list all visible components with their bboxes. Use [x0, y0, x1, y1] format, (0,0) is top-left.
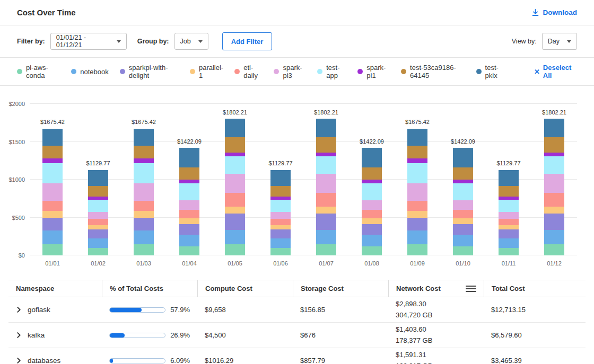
bar-segment-etl-daily — [179, 210, 199, 218]
bar-segment-pi-aws-conda — [544, 244, 564, 255]
legend-item-test-53ca9186-64145[interactable]: test-53ca9186-64145 — [401, 64, 465, 79]
legend-item-label: etl-daily — [243, 64, 263, 79]
bar-segment-notebook — [88, 238, 108, 248]
add-filter-button[interactable]: Add Filter — [222, 32, 273, 50]
chart-plot: $0$500$1000$1500$2000$1675.4201/01$1129.… — [30, 104, 577, 255]
bar-segment-spark-pi3 — [88, 212, 108, 219]
y-axis-label: $0 — [19, 252, 25, 259]
network-cost-value: $1,403.60 — [396, 324, 476, 335]
group-by-select[interactable]: Job — [174, 33, 208, 50]
bar-slot: $1802.2101/12 — [531, 104, 577, 255]
chevron-right-icon[interactable] — [16, 358, 22, 363]
bar-segment-sparkpi-with-delight — [407, 218, 427, 230]
pct-progress-fill — [110, 333, 125, 338]
pct-label: 26.9% — [170, 331, 190, 339]
bar-slot: $1129.7701/11 — [486, 104, 531, 255]
legend-item-label: notebook — [80, 68, 109, 76]
bar-segment-pi-aws-conda — [499, 248, 519, 255]
table-row-databases[interactable]: databases6.09%$1016.29$857.79$1,591.3110… — [8, 348, 586, 364]
bar-segment-sparkpi-with-delight — [179, 224, 199, 235]
bar-total-label: $1802.21 — [314, 109, 338, 116]
deselect-all-button[interactable]: ✕ Deselect All — [534, 64, 577, 79]
legend-color-dot — [71, 69, 76, 74]
namespace-cell: goflask — [8, 306, 102, 314]
bar-segment-pi-aws-conda — [362, 246, 382, 255]
table-row-kafka[interactable]: kafka26.9%$4,500$676$1,403.60178,377 GB$… — [8, 323, 586, 348]
namespace-cost-table: Namespace % of Total Costs Compute Cost … — [8, 280, 586, 364]
legend-item-label: sparkpi-with-delight — [129, 64, 179, 79]
stacked-bar — [134, 128, 154, 255]
pct-progress-fill — [110, 359, 113, 363]
legend-item-sparkpi-with-delight[interactable]: sparkpi-with-delight — [120, 64, 179, 79]
bar-segment-test-pkix — [134, 129, 154, 146]
namespace-cell: kafka — [8, 331, 102, 339]
bar-segment-test-app — [453, 183, 473, 200]
compute-cost-cell: $1016.29 — [197, 357, 293, 364]
y-axis-label: $500 — [12, 215, 25, 221]
legend-item-etl-daily[interactable]: etl-daily — [234, 64, 263, 79]
col-compute-cost: Compute Cost — [197, 280, 293, 297]
chevron-down-icon — [198, 40, 203, 43]
bar-segment-test-53ca9186-64145 — [88, 186, 108, 197]
bar-segment-notebook — [362, 235, 382, 246]
stacked-bar — [362, 148, 382, 255]
total-cost-cell: $12,713.15 — [484, 306, 586, 314]
stacked-bar — [407, 128, 427, 255]
view-by-select[interactable]: Day — [542, 33, 577, 50]
legend-item-label: pi-aws-conda — [26, 64, 60, 79]
col-pct-of-total: % of Total Costs — [102, 280, 197, 297]
col-network-cost: Network Cost — [388, 280, 484, 297]
legend-items: pi-aws-condanotebooksparkpi-with-delight… — [17, 64, 506, 79]
date-range-value: 01/01/21 - 01/12/21 — [56, 34, 109, 49]
bar-segment-test-53ca9186-64145 — [42, 146, 63, 158]
bar-segment-test-app — [544, 156, 564, 174]
legend-item-spark-pi3[interactable]: spark-pi3 — [274, 64, 306, 79]
legend-color-dot — [234, 69, 240, 74]
bar-segment-test-pkix — [499, 170, 519, 186]
legend-item-parallel-1[interactable]: parallel-1 — [190, 64, 223, 79]
bar-segment-spark-pi1 — [316, 153, 336, 157]
bar-segment-notebook — [499, 238, 519, 248]
bar-segment-parallel-1 — [499, 225, 519, 230]
bar-segment-sparkpi-with-delight — [270, 229, 291, 238]
stacked-bar — [270, 170, 291, 255]
legend-item-pi-aws-conda[interactable]: pi-aws-conda — [17, 64, 60, 79]
bar-segment-sparkpi-with-delight — [362, 224, 382, 235]
date-range-select[interactable]: 01/01/21 - 01/12/21 — [50, 33, 127, 50]
legend-item-test-app[interactable]: test-app — [317, 64, 346, 79]
bar-segment-parallel-1 — [270, 225, 291, 230]
bar-total-label: $1129.77 — [496, 160, 520, 166]
total-cost-cell: $6,579.60 — [484, 331, 586, 339]
legend-item-spark-pi1[interactable]: spark-pi1 — [357, 64, 390, 79]
column-menu-icon[interactable] — [466, 285, 476, 292]
compute-cost-cell: $9,658 — [197, 306, 293, 314]
bar-segment-pi-aws-conda — [270, 248, 291, 255]
chevron-right-icon[interactable] — [16, 307, 22, 313]
storage-cost-cell: $857.79 — [293, 357, 388, 364]
table-row-goflask[interactable]: goflask57.9%$9,658$156.85$2,898.30304,72… — [8, 297, 586, 323]
download-button[interactable]: Download — [531, 8, 578, 16]
legend-color-dot — [357, 69, 363, 74]
bar-segment-etl-daily — [42, 201, 63, 211]
x-axis-label: 01/04 — [182, 260, 197, 267]
table-header: Namespace % of Total Costs Compute Cost … — [8, 280, 586, 297]
pct-progress-fill — [110, 308, 142, 312]
chevron-right-icon[interactable] — [16, 332, 22, 338]
cost-over-time-chart: $0$500$1000$1500$2000$1675.4201/01$1129.… — [8, 92, 586, 270]
legend-item-notebook[interactable]: notebook — [71, 68, 109, 76]
bar-total-label: $1802.21 — [223, 109, 247, 116]
bar-segment-pi-aws-conda — [179, 246, 199, 255]
bar-segment-etl-daily — [453, 210, 473, 218]
deselect-all-label: Deselect All — [543, 64, 577, 79]
bar-segment-notebook — [134, 230, 154, 244]
legend-color-dot — [476, 69, 482, 74]
view-by-group: View by: Day — [512, 33, 577, 50]
cost-over-time-page: Cost Over Time Download Filter by: 01/01… — [0, 0, 594, 364]
legend-item-label: test-pkix — [485, 64, 506, 79]
bar-segment-test-app — [499, 200, 519, 212]
bar-segment-test-pkix — [88, 170, 108, 186]
legend-item-test-pkix[interactable]: test-pkix — [476, 64, 506, 79]
bar-slot: $1422.0901/10 — [440, 104, 486, 255]
bar-segment-spark-pi1 — [544, 153, 564, 157]
bar-segment-test-app — [316, 156, 336, 174]
